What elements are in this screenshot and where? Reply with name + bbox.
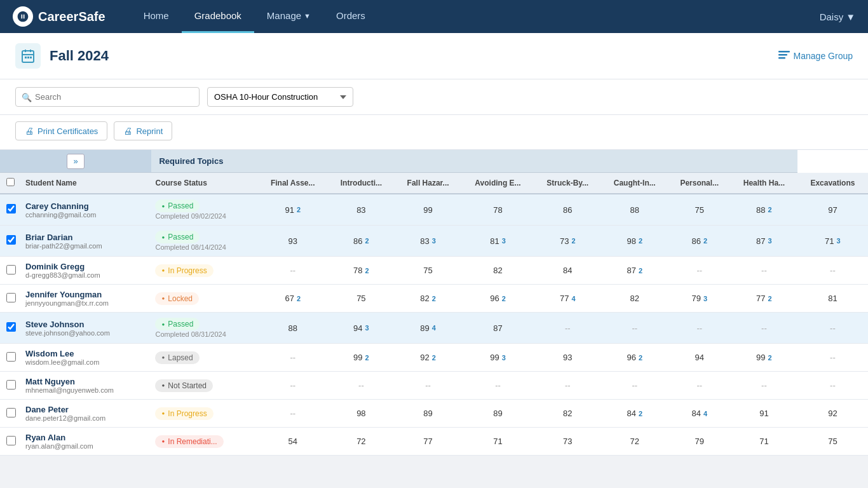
row-checkbox[interactable]	[6, 380, 16, 390]
row-checkbox[interactable]	[6, 436, 16, 445]
score-cell: --	[395, 372, 462, 400]
row-checkbox[interactable]	[6, 408, 16, 417]
score-badge: 992	[353, 353, 369, 362]
score-badge: 75	[695, 205, 704, 215]
score-badge: 922	[420, 353, 436, 362]
select-all-checkbox[interactable]	[6, 178, 15, 186]
row-checkbox[interactable]	[6, 322, 16, 332]
score-badge: 793	[691, 294, 707, 303]
student-name-cell: Dominik Gregg d-gregg883@gmail.com	[22, 257, 151, 285]
reprint-icon: 🖨	[123, 126, 132, 136]
attempt-count: 2	[639, 267, 642, 274]
score-cell: --	[668, 257, 731, 285]
score-cell: 844	[668, 400, 731, 428]
status-badge: ● In Progress	[155, 407, 213, 420]
th-personal: Personal...	[668, 173, 731, 194]
score-badge: 813	[490, 236, 506, 246]
nav-orders[interactable]: Orders	[323, 0, 378, 33]
status-dot: ●	[161, 383, 165, 388]
score-cell: --	[258, 344, 329, 372]
course-select[interactable]: OSHA 10-Hour Construction OSHA 30-Hour C…	[207, 87, 353, 107]
row-checkbox[interactable]	[6, 293, 16, 302]
course-status-cell: ● Passed Completed 08/31/2024	[151, 313, 257, 344]
course-status-cell: ● Passed Completed 08/14/2024	[151, 226, 257, 257]
gradebook-table-container: » Required Topics Student Name Course St…	[0, 150, 868, 456]
attempt-count: 2	[297, 295, 301, 302]
score-cell: 92	[797, 400, 868, 428]
score-cell: 99	[395, 194, 462, 226]
nav-home[interactable]: Home	[131, 0, 182, 33]
row-checkbox[interactable]	[6, 204, 16, 214]
nav-gradebook[interactable]: Gradebook	[182, 0, 254, 33]
score-cell: 992	[731, 344, 797, 372]
th-caught-in: Caught-In...	[601, 173, 668, 194]
status-badge: ● In Remediati...	[155, 435, 223, 448]
nav-manage[interactable]: Manage ▼	[254, 0, 323, 33]
table-row: Ryan Alan ryan.alan@gmail.com ● In Remed…	[0, 428, 868, 456]
row-checkbox-cell[interactable]	[0, 285, 22, 313]
score-cell: 982	[601, 226, 668, 257]
student-email: briar-path22@gmail.com	[25, 242, 147, 250]
toolbar: 🔍 OSHA 10-Hour Construction OSHA 30-Hour…	[0, 79, 868, 115]
score-cell: --	[731, 257, 797, 285]
score-cell: --	[461, 372, 534, 400]
svg-rect-7	[778, 51, 790, 53]
score-badge: 75	[423, 266, 432, 275]
score-badge: 774	[560, 294, 576, 303]
course-status-cell: ● In Progress	[151, 400, 257, 428]
row-checkbox-cell[interactable]	[0, 344, 22, 372]
score-badge: 97	[828, 205, 837, 215]
score-badge: 833	[420, 236, 436, 246]
attempt-count: 2	[365, 237, 369, 245]
expand-button[interactable]: »	[67, 154, 85, 169]
course-status-cell: ● In Remediati...	[151, 428, 257, 456]
row-checkbox-cell[interactable]	[0, 400, 22, 428]
score-cell: 97	[797, 194, 868, 226]
score-badge: 842	[627, 409, 642, 418]
student-name-cell: Dane Peter dane.peter12@gmail.com	[22, 400, 151, 428]
row-checkbox-cell[interactable]	[0, 313, 22, 344]
status-badge: ● Lapsed	[155, 351, 199, 364]
row-checkbox-cell[interactable]	[0, 194, 22, 226]
row-checkbox-cell[interactable]	[0, 428, 22, 456]
score-badge: 86	[563, 205, 572, 215]
score-badge: 862	[353, 236, 369, 246]
score-cell: 78	[461, 194, 534, 226]
attempt-count: 3	[768, 237, 772, 245]
score-cell: --	[601, 313, 668, 344]
score-badge: 72	[630, 437, 639, 446]
score-cell: --	[534, 313, 601, 344]
search-input[interactable]	[15, 87, 200, 107]
print-certificates-button[interactable]: 🖨 Print Certificates	[15, 121, 107, 140]
row-checkbox[interactable]	[6, 235, 16, 245]
row-checkbox-cell[interactable]	[0, 372, 22, 400]
attempt-count: 2	[768, 354, 772, 362]
score-cell: 793	[668, 285, 731, 313]
score-cell: 813	[461, 226, 534, 257]
th-avoiding-e: Avoiding E...	[461, 173, 534, 194]
logo[interactable]: CareerSafe	[13, 6, 105, 27]
student-name-cell: Matt Nguyen mhnemail@nguyenweb.com	[22, 372, 151, 400]
score-cell: 772	[731, 285, 797, 313]
score-badge: 75	[356, 294, 365, 303]
student-name-cell: Steve Johnson steve.johnson@yahoo.com	[22, 313, 151, 344]
attempt-count: 2	[571, 237, 575, 245]
row-checkbox-cell[interactable]	[0, 257, 22, 285]
score-cell: --	[797, 257, 868, 285]
table-row: Dane Peter dane.peter12@gmail.com ● In P…	[0, 400, 868, 428]
score-cell: 73	[534, 428, 601, 456]
score-cell: 822	[395, 285, 462, 313]
manage-group-button[interactable]: Manage Group	[778, 51, 853, 61]
reprint-button[interactable]: 🖨 Reprint	[114, 121, 172, 140]
row-checkbox[interactable]	[6, 265, 16, 274]
row-checkbox-cell[interactable]	[0, 226, 22, 257]
attempt-count: 2	[768, 206, 772, 214]
score-cell: 89	[461, 400, 534, 428]
attempt-count: 3	[502, 237, 506, 245]
nav-user[interactable]: Daisy ▼	[820, 11, 855, 22]
score-badge: 962	[490, 294, 506, 303]
score-badge: 782	[353, 266, 369, 275]
th-final-asse: Final Asse...	[258, 173, 329, 194]
course-status-cell: ● Lapsed	[151, 344, 257, 372]
row-checkbox[interactable]	[6, 352, 16, 362]
